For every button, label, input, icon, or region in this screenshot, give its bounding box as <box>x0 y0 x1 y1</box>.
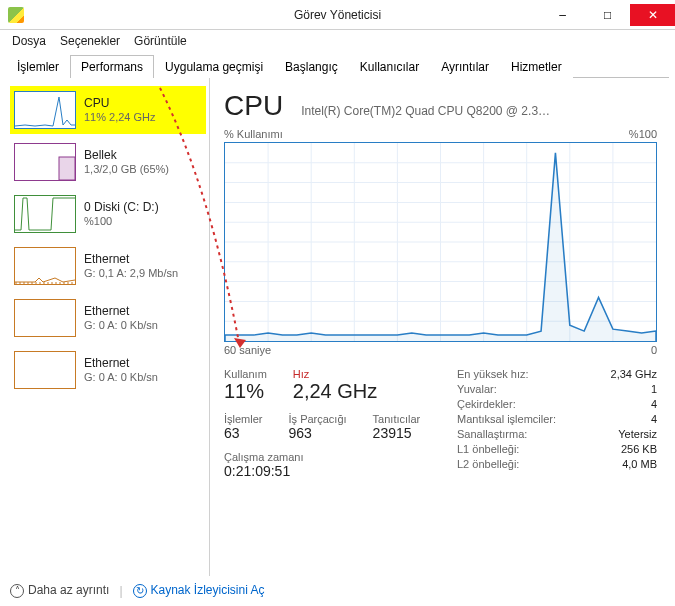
tab-details[interactable]: Ayrıntılar <box>430 55 500 78</box>
sidebar-item-cpu[interactable]: CPU 11% 2,24 GHz <box>10 86 206 134</box>
threads-value: 963 <box>289 425 347 441</box>
close-button[interactable]: ✕ <box>630 4 675 26</box>
usage-label: Kullanım <box>224 368 267 380</box>
ethernet-thumb <box>14 247 76 285</box>
memory-thumb <box>14 143 76 181</box>
sidebar-label: Ethernet <box>84 304 158 319</box>
detail-panel: CPU Intel(R) Core(TM)2 Quad CPU Q8200 @ … <box>210 78 675 576</box>
l1-value: 256 KB <box>621 443 657 455</box>
cpu-stats: Kullanım 11% Hız 2,24 GHz İşlemler 63 İş… <box>224 368 657 479</box>
virt-label: Sanallaştırma: <box>457 428 527 440</box>
speed-value: 2,24 GHz <box>293 380 377 403</box>
sidebar-item-ethernet-1[interactable]: Ethernet G: 0,1 A: 2,9 Mb/sn <box>10 242 206 290</box>
tab-users[interactable]: Kullanıcılar <box>349 55 430 78</box>
app-icon <box>8 7 24 23</box>
content-area: CPU 11% 2,24 GHz Bellek 1,3/2,0 GB (65%)… <box>0 78 675 576</box>
handles-label: Tanıtıcılar <box>373 413 421 425</box>
uptime-label: Çalışma zamanı <box>224 451 433 463</box>
logical-value: 4 <box>651 413 657 425</box>
menu-view[interactable]: Görüntüle <box>128 32 193 50</box>
resmon-icon: ↻ <box>133 584 147 598</box>
sockets-label: Yuvalar: <box>457 383 497 395</box>
sidebar-item-ethernet-2[interactable]: Ethernet G: 0 A: 0 Kb/sn <box>10 294 206 342</box>
cores-label: Çekirdekler: <box>457 398 516 410</box>
chevron-up-icon: ˄ <box>10 584 24 598</box>
sockets-value: 1 <box>651 383 657 395</box>
window-title: Görev Yöneticisi <box>294 8 381 22</box>
speed-label: Hız <box>293 368 377 380</box>
separator: | <box>119 584 122 598</box>
sidebar-sublabel: 1,3/2,0 GB (65%) <box>84 163 169 177</box>
logical-label: Mantıksal işlemciler: <box>457 413 556 425</box>
sidebar-label: 0 Diski (C: D:) <box>84 200 159 215</box>
minimize-button[interactable]: – <box>540 4 585 26</box>
tab-services[interactable]: Hizmetler <box>500 55 573 78</box>
footer-bar: ˄Daha az ayrıntı | ↻Kaynak İzleyicisini … <box>10 583 265 598</box>
uptime-value: 0:21:09:51 <box>224 463 433 479</box>
tab-strip: İşlemler Performans Uygulama geçmişi Baş… <box>6 54 669 78</box>
ethernet-thumb <box>14 299 76 337</box>
maxspeed-label: En yüksek hız: <box>457 368 529 380</box>
usage-value: 11% <box>224 380 267 403</box>
sidebar-sublabel: G: 0 A: 0 Kb/sn <box>84 371 158 385</box>
sidebar-sublabel: %100 <box>84 215 159 229</box>
tab-processes[interactable]: İşlemler <box>6 55 70 78</box>
tab-performance[interactable]: Performans <box>70 55 154 78</box>
cores-value: 4 <box>651 398 657 410</box>
ethernet-thumb <box>14 351 76 389</box>
maximize-button[interactable]: □ <box>585 4 630 26</box>
sidebar-item-memory[interactable]: Bellek 1,3/2,0 GB (65%) <box>10 138 206 186</box>
menu-options[interactable]: Seçenekler <box>54 32 126 50</box>
threads-label: İş Parçacığı <box>289 413 347 425</box>
sidebar-item-ethernet-3[interactable]: Ethernet G: 0 A: 0 Kb/sn <box>10 346 206 394</box>
performance-sidebar: CPU 11% 2,24 GHz Bellek 1,3/2,0 GB (65%)… <box>0 78 210 576</box>
sidebar-label: Ethernet <box>84 356 158 371</box>
handles-value: 23915 <box>373 425 421 441</box>
chart-top-right-label: %100 <box>629 128 657 140</box>
cpu-info-table: En yüksek hız:2,34 GHz Yuvalar:1 Çekirde… <box>457 368 657 479</box>
sidebar-sublabel: G: 0 A: 0 Kb/sn <box>84 319 158 333</box>
maxspeed-value: 2,34 GHz <box>611 368 657 380</box>
sidebar-label: Bellek <box>84 148 169 163</box>
resource-monitor-link[interactable]: ↻Kaynak İzleyicisini Aç <box>133 583 265 598</box>
l2-label: L2 önbelleği: <box>457 458 519 470</box>
cpu-usage-chart <box>224 142 657 342</box>
chart-bottom-left-label: 60 saniye <box>224 344 271 356</box>
chart-bottom-right-label: 0 <box>651 344 657 356</box>
cpu-thumb <box>14 91 76 129</box>
sidebar-item-disk[interactable]: 0 Diski (C: D:) %100 <box>10 190 206 238</box>
sidebar-sublabel: G: 0,1 A: 2,9 Mb/sn <box>84 267 178 281</box>
l2-value: 4,0 MB <box>622 458 657 470</box>
sidebar-sublabel: 11% 2,24 GHz <box>84 111 156 125</box>
tab-app-history[interactable]: Uygulama geçmişi <box>154 55 274 78</box>
svg-rect-0 <box>59 157 75 180</box>
virt-value: Yetersiz <box>618 428 657 440</box>
window-controls: – □ ✕ <box>540 4 675 26</box>
sidebar-label: Ethernet <box>84 252 178 267</box>
chart-top-left-label: % Kullanımı <box>224 128 283 140</box>
processes-label: İşlemler <box>224 413 263 425</box>
sidebar-label: CPU <box>84 96 156 111</box>
l1-label: L1 önbelleği: <box>457 443 519 455</box>
menubar: Dosya Seçenekler Görüntüle <box>0 30 675 52</box>
cpu-model: Intel(R) Core(TM)2 Quad CPU Q8200 @ 2.3… <box>301 104 657 118</box>
fewer-details-link[interactable]: ˄Daha az ayrıntı <box>10 583 109 598</box>
processes-value: 63 <box>224 425 263 441</box>
detail-title: CPU <box>224 90 283 122</box>
menu-file[interactable]: Dosya <box>6 32 52 50</box>
tab-startup[interactable]: Başlangıç <box>274 55 349 78</box>
disk-thumb <box>14 195 76 233</box>
titlebar: Görev Yöneticisi – □ ✕ <box>0 0 675 30</box>
cpu-chart-section: % Kullanımı %100 60 saniye 0 <box>224 128 657 356</box>
